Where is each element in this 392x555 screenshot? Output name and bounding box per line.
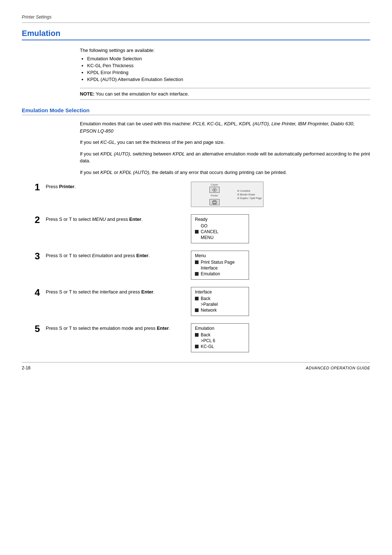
step-2-image: Ready GO CANCEL MENU [191,214,249,243]
lcd2-title: Ready [195,217,208,222]
lcd5-row-2: >PCL 6 [195,338,245,343]
step-2-text: Press S or T to select MENU and press En… [46,214,184,223]
lcd5-title: Emulation [195,326,214,331]
list-item: Emulation Mode Selection [87,56,370,61]
step-5-number: 5 [22,323,40,335]
list-item: KPDL (AUTO) Alternative Emulation Select… [87,77,370,82]
step-4-text: Press S or T to select the interface and… [46,287,184,296]
footer-guide-title: ADVANCED OPERATION GUIDE [306,366,370,370]
step-1-number: 1 [22,182,40,193]
lcd3-row-1: Print Status Page [195,260,245,265]
top-divider [22,23,370,23]
steps-area: 1 Press Printer. Copier Printer [22,182,370,352]
step-1-text: Press Printer. [46,182,184,190]
step-2-number: 2 [22,214,40,226]
breadcrumb: Printer Settings [22,15,370,20]
page-title: Emulation [22,29,370,38]
sub-section-title: Emulation Mode Selection [22,107,370,113]
bullet-list: Emulation Mode Selection KC-GL Pen Thick… [87,56,370,82]
lcd4-row-1: Back [195,296,245,301]
step-3-number: 3 [22,251,40,262]
note-label: NOTE: [80,91,94,97]
step-5-image: Emulation Back >PCL 6 KC-GL [191,323,249,352]
body-para-4: If you set KPDL or KPDL (AUTO), the deta… [80,169,370,176]
lcd2-row-go: GO [195,223,245,228]
lcd4-row-2: >Parallel [195,302,245,307]
lcd3-row-2: Interface [195,266,245,271]
lcd2-row-cancel: CANCEL [195,229,245,234]
step-1-image: Copier Printer Combine Border Erase [191,182,264,207]
step-4-number: 4 [22,287,40,298]
step-2-row: 2 Press S or T to select MENU and press … [22,214,370,243]
list-item: KPDL Error Printing [87,70,370,75]
lcd2-row-menu: MENU [195,235,245,240]
step-5-row: 5 Press S or T to select the emulation m… [22,323,370,352]
lcd3-title: Menu [195,253,206,258]
page-footer: 2-18 ADVANCED OPERATION GUIDE [22,362,370,370]
step-4-row: 4 Press S or T to select the interface a… [22,287,370,316]
step-5-text: Press S or T to select the emulation mod… [46,323,184,332]
step-1-row: 1 Press Printer. Copier Printer [22,182,370,207]
section-rule [22,40,370,40]
intro-text: The following settings are available: [80,48,370,53]
lcd5-row-3: KC-GL [195,344,245,349]
lcd4-row-3: Network [195,308,245,313]
step-3-row: 3 Press S or T to select Emulation and p… [22,251,370,280]
list-item: KC-GL Pen Thickness [87,63,370,68]
step-3-image: Menu Print Status Page Interface Emulati… [191,251,249,280]
lcd4-title: Interface [195,289,212,295]
lcd5-row-1: Back [195,332,245,337]
sub-section-rule [22,115,370,115]
note-text: You can set the emulation for each inter… [94,91,189,97]
svg-point-1 [214,189,215,191]
note-box: NOTE: You can set the emulation for each… [80,88,370,100]
body-para-1: Emulation modes that can be used with th… [80,120,370,134]
body-para-3: If you set KPDL (AUTO), switching betwee… [80,150,370,165]
lcd3-row-3: Emulation [195,271,245,276]
step-4-image: Interface Back >Parallel Network [191,287,249,316]
step-3-text: Press S or T to select Emulation and pre… [46,251,184,259]
footer-page-number: 2-18 [22,365,30,370]
body-para-2: If you set KC-GL, you can set the thickn… [80,139,370,146]
